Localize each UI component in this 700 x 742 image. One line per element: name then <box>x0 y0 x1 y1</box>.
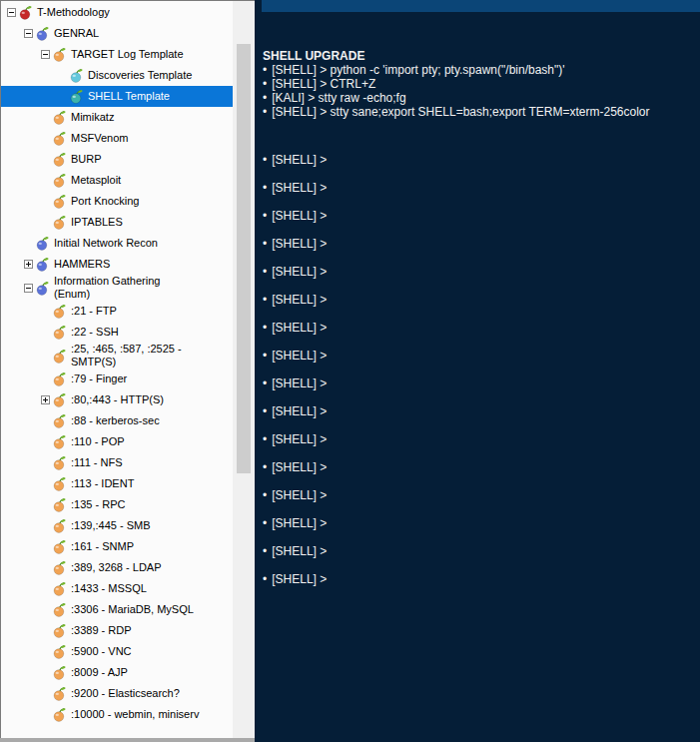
cherry-orange-icon <box>52 152 67 167</box>
tree-node[interactable]: :111 - NFS <box>1 452 233 473</box>
tree-node-label: SHELL Template <box>88 90 172 103</box>
command-text: [KALI] > stty raw -echo;fg <box>272 91 405 105</box>
cherry-orange-icon <box>52 413 67 428</box>
prompt-line: •[SHELL] > <box>263 376 696 390</box>
tree-node[interactable]: :21 - FTP <box>1 301 233 322</box>
command-line: •[SHELL] > python -c 'import pty; pty.sp… <box>263 63 696 77</box>
bullet-icon: • <box>263 91 267 105</box>
tree-list: T-Methodology GENRAL <box>1 1 233 725</box>
tree-node[interactable]: :10000 - webmin, miniserv <box>1 704 233 725</box>
tree-node[interactable]: Discoveries Template <box>1 65 233 86</box>
prompt-line: •[SHELL] > <box>263 265 696 279</box>
expander-minus-icon[interactable] <box>22 282 35 295</box>
cherry-orange-icon <box>52 304 67 319</box>
cherry-orange-icon <box>52 173 67 188</box>
tree-node[interactable]: :1433 - MSSQL <box>1 578 233 599</box>
editor-pane[interactable]: SHELL UPGRADE •[SHELL] > python -c 'impo… <box>255 0 700 742</box>
tree-node[interactable]: Metasploit <box>1 170 233 191</box>
tree-node-label: :10000 - webmin, miniserv <box>71 708 201 721</box>
bullet-icon: • <box>263 544 267 558</box>
tree-panel: T-Methodology GENRAL <box>0 0 233 738</box>
cherry-orange-icon <box>52 707 67 722</box>
cherry-orange-icon <box>52 581 67 596</box>
command-line: •[SHELL] > stty sane;export SHELL=bash;e… <box>263 105 696 119</box>
tree-node[interactable]: IPTABLES <box>1 212 233 233</box>
tree-node-label: BURP <box>71 153 104 166</box>
bullet-icon: • <box>263 516 267 530</box>
tree-node-label: Metasploit <box>71 174 123 187</box>
tree-node[interactable]: :88 - kerberos-sec <box>1 410 233 431</box>
bullet-icon: • <box>263 153 267 167</box>
bullet-icon: • <box>263 321 267 335</box>
tree-node[interactable]: :79 - Finger <box>1 369 233 389</box>
tree-node[interactable]: Initial Network Recon <box>1 233 233 254</box>
expander-minus-icon[interactable] <box>39 48 52 61</box>
tree-node[interactable]: :8009 - AJP <box>1 662 233 683</box>
expander-plus-icon[interactable] <box>22 258 35 271</box>
cherry-orange-icon <box>52 325 67 340</box>
tree-node[interactable]: Mimikatz <box>1 107 233 128</box>
tree-node-label: :5900 - VNC <box>71 645 134 658</box>
tree-node[interactable]: :25, :465, :587, :2525 - SMTP(S) <box>1 343 233 369</box>
tree-node[interactable]: T-Methodology <box>1 2 233 23</box>
tree-node[interactable]: MSFVenom <box>1 128 233 149</box>
prompt-text: [SHELL] > <box>272 432 327 446</box>
prompt-line: •[SHELL] > <box>263 209 696 223</box>
tree-scrollbar[interactable] <box>233 0 255 742</box>
tree-scrollbar-thumb[interactable] <box>237 44 251 473</box>
cherry-orange-icon <box>52 539 67 554</box>
tree-node[interactable]: :80,:443 - HTTP(S) <box>1 389 233 410</box>
command-list: •[SHELL] > python -c 'import pty; pty.sp… <box>263 63 696 119</box>
tree-node[interactable]: :3389 - RDP <box>1 620 233 641</box>
prompt-text: [SHELL] > <box>272 209 327 223</box>
expander-minus-icon[interactable] <box>22 27 35 40</box>
prompt-text: [SHELL] > <box>272 349 327 363</box>
cherry-orange-icon <box>52 371 67 386</box>
tree-node[interactable]: :3306 - MariaDB, MySQL <box>1 599 233 620</box>
cherry-orange-icon <box>52 476 67 491</box>
cherry-blue-icon <box>35 236 50 251</box>
tree-node[interactable]: :22 - SSH <box>1 322 233 343</box>
tree-node[interactable]: TARGET Log Template <box>1 44 233 65</box>
cherry-orange-icon <box>52 497 67 512</box>
tree-node-label: Port Knocking <box>71 195 141 208</box>
tree-node-label: :22 - SSH <box>71 326 121 339</box>
tree-node[interactable]: HAMMERS <box>1 254 233 275</box>
expander-plus-icon[interactable] <box>39 393 52 406</box>
prompt-line: •[SHELL] > <box>263 432 696 446</box>
tree-node[interactable]: :161 - SNMP <box>1 536 233 557</box>
tree-node[interactable]: :5900 - VNC <box>1 641 233 662</box>
prompt-text: [SHELL] > <box>272 460 327 474</box>
prompt-text: [SHELL] > <box>272 572 327 586</box>
cherry-orange-icon <box>52 434 67 449</box>
tree-node[interactable]: :139,:445 - SMB <box>1 515 233 536</box>
expander-minus-icon[interactable] <box>5 6 18 19</box>
prompt-line: •[SHELL] > <box>263 321 696 335</box>
tree-node[interactable]: Information Gathering (Enum) <box>1 275 233 301</box>
command-line: •[SHELL] > CTRL+Z <box>263 77 696 91</box>
tree-node[interactable]: :9200 - Elasticsearch? <box>1 683 233 704</box>
tree-node[interactable]: :389, 3268 - LDAP <box>1 557 233 578</box>
tree-node[interactable]: :113 - IDENT <box>1 473 233 494</box>
cherry-orange-icon <box>52 623 67 638</box>
command-text: [SHELL] > CTRL+Z <box>272 77 375 91</box>
tree-node[interactable]: GENRAL <box>1 23 233 44</box>
content-title: SHELL UPGRADE <box>263 49 696 63</box>
cherry-orange-icon <box>52 686 67 701</box>
prompt-line: •[SHELL] > <box>263 404 696 418</box>
bullet-icon: • <box>263 63 267 77</box>
cherry-orange-icon <box>52 602 67 617</box>
bullet-icon: • <box>263 349 267 363</box>
tree-node[interactable]: SHELL Template <box>1 86 233 107</box>
cherry-orange-icon <box>52 131 67 146</box>
tree-node[interactable]: :110 - POP <box>1 431 233 452</box>
tree-node[interactable]: Port Knocking <box>1 191 233 212</box>
cherry-orange-icon <box>52 349 67 364</box>
prompt-line: •[SHELL] > <box>263 544 696 558</box>
tree-node[interactable]: :135 - RPC <box>1 494 233 515</box>
cherry-cyan-icon <box>69 68 84 83</box>
cherry-orange-icon <box>52 560 67 575</box>
prompt-line: •[SHELL] > <box>263 349 696 363</box>
tree-node-label: GENRAL <box>54 27 101 40</box>
tree-node[interactable]: BURP <box>1 149 233 170</box>
